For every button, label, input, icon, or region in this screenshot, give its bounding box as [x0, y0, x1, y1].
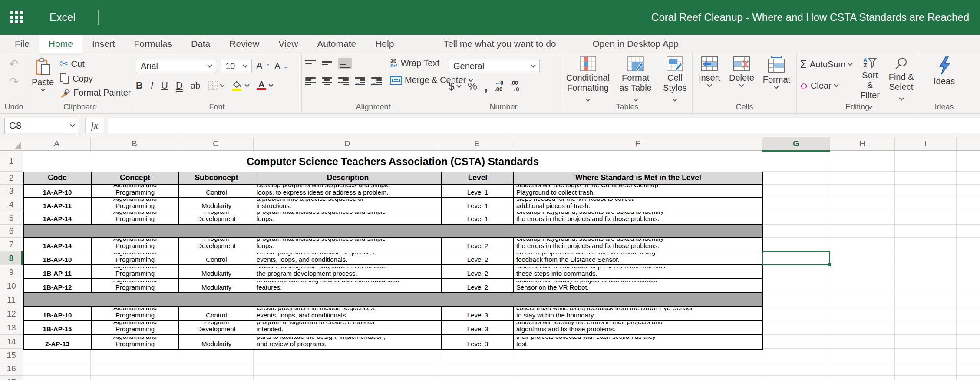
cell-G14[interactable]	[762, 335, 830, 349]
table-cell[interactable]: 1B-AP-11	[24, 265, 92, 278]
column-header-A[interactable]: A	[23, 137, 91, 150]
table-cell[interactable]: Level 2	[442, 251, 514, 264]
cell-B17[interactable]	[91, 376, 178, 380]
menu-tab-file[interactable]: File	[5, 35, 39, 53]
table-cell[interactable]: Control	[179, 307, 254, 320]
cell-I16[interactable]	[895, 362, 957, 376]
redo-icon[interactable]: ↷	[9, 75, 19, 89]
cell-x3[interactable]	[957, 185, 980, 198]
cell-I12[interactable]	[895, 307, 957, 321]
cell-x1[interactable]	[957, 151, 980, 172]
column-header-G[interactable]: G	[762, 137, 830, 150]
cell-F16[interactable]	[513, 362, 762, 376]
table-cell[interactable]: program that includes sequences and simp…	[254, 238, 442, 251]
menu-tab-data[interactable]: Data	[181, 35, 220, 53]
increase-indent-icon[interactable]: →	[371, 77, 382, 85]
row-header-4[interactable]: 4	[0, 198, 23, 211]
table-cell[interactable]: Algorithms andProgramming	[92, 185, 179, 197]
copy-button[interactable]: Copy	[60, 73, 131, 84]
cell-G2[interactable]	[762, 172, 830, 185]
cell-H16[interactable]	[830, 362, 895, 376]
cell-G7[interactable]	[762, 238, 830, 251]
table-cell[interactable]: ProgramDevelopment	[179, 211, 254, 224]
font-family-combobox[interactable]: Arial	[136, 59, 216, 73]
column-header-I[interactable]: I	[895, 137, 957, 150]
row-header-16[interactable]: 16	[0, 362, 23, 376]
cell-E15[interactable]	[441, 349, 513, 362]
app-launcher-waffle-icon[interactable]	[10, 11, 23, 24]
comma-style-button[interactable]: ,	[484, 83, 488, 90]
table-cell[interactable]: Create programs that include sequences,e…	[254, 307, 442, 320]
paste-dropdown-chevron-icon[interactable]	[40, 86, 45, 91]
cell-I14[interactable]	[895, 335, 957, 349]
column-header-B[interactable]: B	[91, 137, 178, 150]
grow-font-button[interactable]: A⌃	[256, 60, 271, 72]
table-cell[interactable]: students will use loops in the Coral Ree…	[514, 185, 762, 197]
cell-H5[interactable]	[830, 211, 895, 225]
table-cell[interactable]: Create programs that include sequences,e…	[254, 251, 442, 264]
row-header-17[interactable]: 17	[0, 376, 23, 380]
cell-I17[interactable]	[895, 376, 957, 380]
column-header-F[interactable]: F	[513, 137, 762, 150]
row-header-15[interactable]: 15	[0, 349, 23, 362]
table-cell[interactable]: Level 2	[442, 279, 514, 292]
row-header-3[interactable]: 3	[0, 185, 23, 198]
cell-H17[interactable]	[830, 376, 895, 380]
table-header-where-standard-is-met-in-the-level[interactable]: Where Standard is Met in the Level	[514, 172, 762, 184]
cell-H14[interactable]	[830, 335, 895, 349]
cell-H7[interactable]	[830, 238, 895, 251]
column-header-H[interactable]: H	[830, 137, 895, 150]
table-cell[interactable]: 1A-AP-14	[24, 238, 92, 251]
cell-I10[interactable]	[895, 279, 957, 293]
row-header-14[interactable]: 14	[0, 335, 23, 349]
cell-I6[interactable]	[895, 225, 957, 238]
decrease-decimal-button[interactable]: .00→0	[510, 80, 519, 93]
table-cell[interactable]: ProgramDevelopment	[179, 321, 254, 334]
active-cell-selection[interactable]	[762, 251, 830, 265]
table-cell[interactable]: Level 1	[442, 185, 514, 197]
cell-A17[interactable]	[23, 376, 91, 380]
cell-H4[interactable]	[830, 198, 895, 211]
cell-I2[interactable]	[895, 172, 957, 185]
column-header-partial[interactable]	[957, 137, 980, 150]
cell-x9[interactable]	[957, 265, 980, 279]
row-header-12[interactable]: 12	[0, 307, 23, 321]
table-cell[interactable]: 1B-AP-12	[24, 279, 92, 292]
table-header-level[interactable]: Level	[442, 172, 514, 184]
align-top-icon[interactable]	[305, 60, 316, 68]
table-cell[interactable]: program or algorithm to ensure it runs a…	[254, 321, 442, 334]
cell-x8[interactable]	[957, 251, 980, 265]
cell-I15[interactable]	[895, 349, 957, 362]
row-header-9[interactable]: 9	[0, 265, 23, 279]
font-size-combobox[interactable]: 10	[221, 59, 252, 73]
table-header-description[interactable]: Description	[254, 172, 442, 184]
table-cell[interactable]: Modularity	[179, 198, 254, 211]
cell-x14[interactable]	[957, 335, 980, 349]
table-header-subconcept[interactable]: Subconcept	[179, 172, 254, 184]
menu-tab-review[interactable]: Review	[220, 35, 269, 53]
cut-button[interactable]: ✂ Cut	[60, 58, 131, 69]
strikethrough-button[interactable]: ab	[191, 81, 200, 91]
cell-H10[interactable]	[830, 279, 895, 293]
formula-input[interactable]	[108, 118, 980, 133]
cell-B16[interactable]	[91, 362, 178, 376]
percent-style-button[interactable]: %	[468, 80, 477, 93]
ideas-button[interactable]: Ideas	[934, 56, 955, 86]
cell-E17[interactable]	[441, 376, 513, 380]
cell-x6[interactable]	[957, 225, 980, 238]
cell-x13[interactable]	[957, 321, 980, 335]
table-header-code[interactable]: Code	[24, 172, 92, 184]
cell-G17[interactable]	[762, 376, 830, 380]
accounting-format-button[interactable]: $	[449, 80, 461, 93]
align-center-icon[interactable]	[322, 77, 332, 85]
table-cell[interactable]: 1B-AP-10	[24, 251, 92, 264]
table-cell[interactable]: Control	[179, 185, 254, 197]
table-cell[interactable]: Modularity	[179, 279, 254, 292]
table-cell[interactable]: parts to facilitate the design, implemen…	[254, 335, 442, 349]
table-cell[interactable]: ProgramDevelopment	[179, 238, 254, 251]
cell-E16[interactable]	[441, 362, 513, 376]
menu-tab-automate[interactable]: Automate	[307, 35, 366, 53]
table-cell[interactable]: Algorithms andProgramming	[92, 321, 179, 334]
cell-G15[interactable]	[762, 349, 830, 362]
table-cell[interactable]: students will break down steps needed an…	[514, 265, 762, 278]
